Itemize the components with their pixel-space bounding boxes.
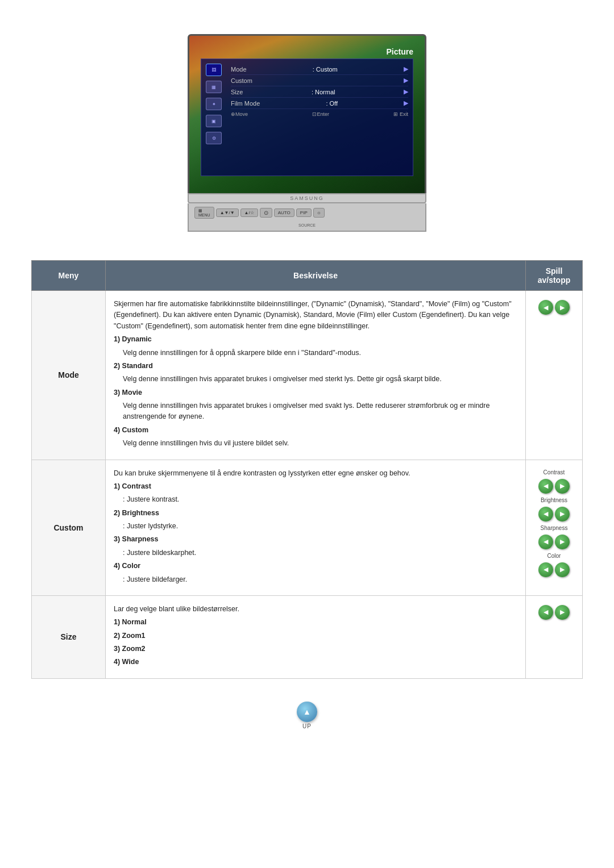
play-next-mode[interactable]: ▶ [555,300,570,315]
osd-sidebar: 🖼 ▦ ✦ ▣ ⚙ [206,64,226,171]
play-row-contrast: ◀ ▶ [538,479,570,494]
table-section: Meny Beskrivelse Spill av/stopp Mode Skj… [0,249,614,690]
osd-overlay: Picture 🖼 ▦ ✦ ▣ ⚙ Mode [201,47,413,176]
desc-custom-1-body: : Justere kontrast. [114,494,517,505]
monitor-wrapper: Picture 🖼 ▦ ✦ ▣ ⚙ Mode [188,34,426,232]
monitor-section: Picture 🖼 ▦ ✦ ▣ ⚙ Mode [0,0,614,249]
desc-mode-3-head: 3) Movie [114,387,517,398]
monitor-bg: Picture 🖼 ▦ ✦ ▣ ⚙ Mode [189,36,425,193]
play-row-size: ◀ ▶ [538,605,570,620]
desc-custom-4-head: 4) Color [114,561,517,571]
play-next-sharpness[interactable]: ▶ [555,535,570,549]
desc-custom-2-body: : Juster lydstyrke. [114,521,517,532]
osd-menu-box: 🖼 ▦ ✦ ▣ ⚙ Mode : Custom ▶ [201,59,413,176]
osd-exit: ⊞ Exit [393,111,408,117]
osd-icon-3: ✦ [206,98,222,110]
osd-filmmode-label: Film Mode [231,100,260,107]
osd-row-custom: Custom ▶ [231,75,408,86]
monitor-screen: Picture 🖼 ▦ ✦ ▣ ⚙ Mode [188,34,426,193]
play-label-brightness: Brightness [541,497,567,503]
osd-row-filmmode: Film Mode : Off ▶ [231,98,408,109]
play-cell-custom: Contrast ◀ ▶ Brightness ◀ ▶ Sharpness ◀ [526,460,583,595]
play-prev-mode[interactable]: ◀ [538,300,553,315]
up-circle-icon[interactable]: ▲ [297,702,317,722]
play-label-sharpness: Sharpness [541,525,568,531]
table-row: Mode Skjermen har fire automatiske fabri… [32,291,583,460]
desc-size-1: 1) Normal [114,617,517,628]
play-next-contrast[interactable]: ▶ [555,479,570,494]
desc-size-4: 4) Wide [114,657,517,667]
desc-mode-intro: Skjermen har fire automatiske fabrikkinn… [114,299,517,332]
osd-icon-2: ▦ [206,81,222,93]
osd-filmmode-arrow: ▶ [404,99,408,107]
desc-mode-2-body: Velg denne innstillingen hvis apparatet … [114,374,517,385]
osd-content: Mode : Custom ▶ Custom ▶ Size [231,64,408,171]
ctrl-source-label: SOURCE [194,223,420,227]
ctrl-power[interactable]: ○ [313,208,325,218]
osd-custom-label: Custom [231,77,252,84]
desc-custom-4-body: : Justere bildefarger. [114,574,517,585]
up-button[interactable]: ▲ UP [297,702,317,729]
ctrl-pip[interactable]: PIP [296,208,312,217]
osd-mode-value: : Custom [313,66,338,73]
play-label-contrast: Contrast [544,469,565,475]
desc-cell-mode: Skjermen har fire automatiske fabrikkinn… [106,291,526,460]
desc-size-intro: Lar deg velge blant ulike bildestørrelse… [114,604,517,615]
ctrl-vol[interactable]: ▲▼/▼ [216,208,239,217]
play-group-size: ◀ ▶ [534,605,574,620]
desc-mode-2-head: 2) Standard [114,361,517,372]
ctrl-group-main: ▦ MENU ▲▼/▼ ▲/☆ ⊙ AUTO PIP ○ [194,207,325,219]
play-cell-mode: ◀ ▶ [526,291,583,460]
ctrl-auto[interactable]: AUTO [274,208,294,217]
play-next-brightness[interactable]: ▶ [555,507,570,521]
desc-mode-1-head: 1) Dynamic [114,334,517,345]
play-label-color: Color [547,553,561,559]
play-group-mode: ◀ ▶ [534,300,574,315]
play-row-mode: ◀ ▶ [538,300,570,315]
desc-mode-3-body: Velg denne innstillingen hvis apparatet … [114,400,517,423]
footer-section: ▲ UP [0,690,614,752]
monitor-brand: SAMSUNG [290,195,324,201]
play-prev-brightness[interactable]: ◀ [538,507,553,521]
desc-custom-1-head: 1) Contrast [114,481,517,492]
osd-size-arrow: ▶ [404,88,408,95]
th-play: Spill av/stopp [526,261,583,291]
play-prev-color[interactable]: ◀ [538,562,553,577]
play-next-size[interactable]: ▶ [555,605,570,620]
ctrl-circle[interactable]: ⊙ [260,208,272,218]
ctrl-menu[interactable]: ▦ MENU [194,207,214,219]
desc-cell-custom: Du kan bruke skjermmenyene til å endre k… [106,460,526,595]
desc-custom-3-body: : Justere bildeskarphet. [114,548,517,558]
menu-cell-custom: Custom [32,460,106,595]
desc-mode-4-head: 4) Custom [114,425,517,436]
play-prev-contrast[interactable]: ◀ [538,479,553,494]
osd-title: Picture [201,47,413,56]
play-row-color: ◀ ▶ [538,562,570,577]
menu-cell-mode: Mode [32,291,106,460]
osd-row-size: Size : Normal ▶ [231,86,408,98]
desc-custom-intro: Du kan bruke skjermmenyene til å endre k… [114,468,517,479]
osd-filmmode-value: : Off [326,100,338,107]
desc-cell-size: Lar deg velge blant ulike bildestørrelse… [106,595,526,678]
desc-custom-3-head: 3) Sharpness [114,534,517,545]
play-row-sharpness: ◀ ▶ [538,535,570,549]
play-prev-sharpness[interactable]: ◀ [538,535,553,549]
desc-mode-4-body: Velg denne innstillingen hvis du vil jus… [114,438,517,449]
play-row-brightness: ◀ ▶ [538,507,570,521]
osd-mode-label: Mode [231,66,247,73]
play-prev-size[interactable]: ◀ [538,605,553,620]
osd-icon-5: ⚙ [206,132,222,144]
monitor-base: SAMSUNG [188,193,426,203]
osd-icon-4: ▣ [206,115,222,127]
osd-footer: ⊕Move ⊡Enter ⊞ Exit [231,111,408,117]
th-desc: Beskrivelse [106,261,526,291]
play-next-color[interactable]: ▶ [555,562,570,577]
ctrl-bright[interactable]: ▲/☆ [240,208,258,217]
osd-size-value: : Normal [312,89,335,95]
osd-size-label: Size [231,89,243,95]
table-row: Custom Du kan bruke skjermmenyene til å … [32,460,583,595]
desc-size-2: 2) Zoom1 [114,631,517,641]
desc-mode-1-body: Velg denne innstillingen for å oppnå ska… [114,348,517,358]
table-row: Size Lar deg velge blant ulike bildestør… [32,595,583,678]
osd-mode-arrow: ▶ [404,65,408,73]
